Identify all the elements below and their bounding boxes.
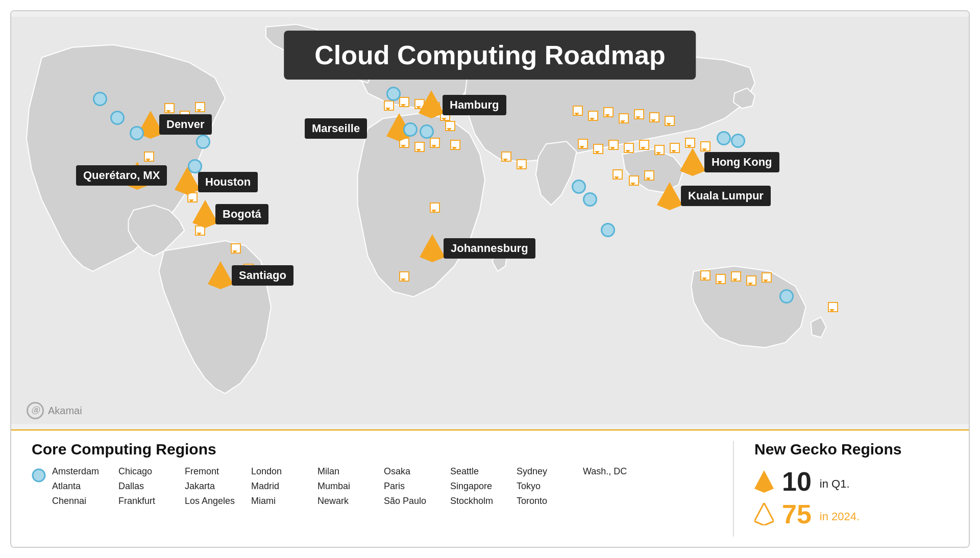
city-amsterdam: Amsterdam <box>52 466 118 477</box>
city-grid: Amsterdam Chicago Fremont London Milan O… <box>52 466 649 506</box>
label-kualalumpur: Kuala Lumpur <box>681 186 771 206</box>
core-regions-panel: Core Computing Regions Amsterdam Chicago… <box>32 441 713 537</box>
city-chennai: Chennai <box>52 496 118 506</box>
pin-blue-9 <box>583 192 597 207</box>
gecko-q1-number: 10 <box>782 468 812 495</box>
pin-sq-46 <box>746 275 754 286</box>
city-losangeles: Los Angeles <box>185 496 251 506</box>
pin-sq-17 <box>414 142 423 152</box>
pin-johannesburg <box>420 234 445 262</box>
pin-sq-29 <box>649 112 657 122</box>
vertical-divider <box>733 441 734 537</box>
city-newark: Newark <box>317 496 384 506</box>
pin-sq-43 <box>700 270 708 281</box>
pin-bogota <box>192 200 218 228</box>
city-stockholm: Stockholm <box>450 496 517 506</box>
core-regions-title: Core Computing Regions <box>32 441 713 458</box>
city-chicago: Chicago <box>118 466 185 477</box>
svg-marker-8 <box>420 234 445 262</box>
label-johannesburg: Johannesburg <box>444 238 535 259</box>
pin-sq-45 <box>731 271 739 282</box>
pin-sq-11 <box>399 97 407 107</box>
pin-sq-34 <box>624 143 632 153</box>
svg-marker-4 <box>192 200 218 228</box>
pin-blue-4 <box>188 159 202 173</box>
pin-sq-1 <box>164 103 173 113</box>
pin-sq-8 <box>231 243 239 253</box>
svg-marker-7 <box>419 90 444 118</box>
akamai-logo: ⓐ Akamai <box>27 402 82 419</box>
pin-blue-11 <box>731 134 745 148</box>
pin-kualalumpur <box>657 182 682 210</box>
svg-marker-13 <box>754 503 774 525</box>
pin-sq-47 <box>762 272 770 283</box>
city-seattle: Seattle <box>450 466 517 477</box>
city-dallas: Dallas <box>118 481 185 492</box>
gecko-q1-suffix: in Q1. <box>820 477 850 495</box>
pin-sq-3 <box>195 102 203 112</box>
city-sydney: Sydney <box>517 466 583 477</box>
pin-sq-15 <box>445 121 453 131</box>
pin-sq-41 <box>629 175 637 186</box>
akamai-logo-icon: ⓐ <box>27 402 44 419</box>
pin-blue-1 <box>110 111 125 125</box>
gecko-white-pin-icon <box>754 503 774 525</box>
pin-sq-20 <box>501 151 509 162</box>
main-container: Cloud Computing Roadmap Denver Houston Q… <box>10 10 970 548</box>
city-tokyo: Tokyo <box>517 481 583 492</box>
pin-blue-10 <box>717 131 731 145</box>
pin-santiago <box>208 261 233 289</box>
gecko-regions-panel: New Gecko Regions 10 in Q1. 75 in 2024. <box>754 441 948 537</box>
label-denver: Denver <box>159 114 212 135</box>
akamai-brand-name: Akamai <box>48 405 82 417</box>
label-hamburg: Hamburg <box>443 95 506 115</box>
label-hongkong: Hong Kong <box>704 152 779 172</box>
pin-sq-42 <box>644 170 652 181</box>
city-madrid: Madrid <box>251 481 317 492</box>
city-washdc: Wash., DC <box>583 466 649 477</box>
city-frankfurt: Frankfurt <box>118 496 185 506</box>
pin-sq-48 <box>828 302 836 312</box>
city-blank1 <box>583 481 649 492</box>
pin-sq-19 <box>450 140 458 150</box>
pin-blue-12 <box>601 223 615 237</box>
gecko-orange-pin-icon <box>754 470 774 493</box>
page-title: Cloud Computing Roadmap <box>284 31 696 80</box>
pin-sq-40 <box>612 169 621 180</box>
city-jakarta: Jakarta <box>185 481 251 492</box>
gecko-2024-suffix: in 2024. <box>820 510 860 527</box>
pin-sq-37 <box>670 143 678 153</box>
gecko-2024-number: 75 <box>782 501 812 527</box>
pin-sq-27 <box>619 113 627 123</box>
pin-blue-8 <box>572 180 586 194</box>
pin-sq-33 <box>608 140 617 150</box>
pin-sq-22 <box>430 202 438 213</box>
city-paris: Paris <box>384 481 450 492</box>
label-santiago: Santiago <box>232 265 293 286</box>
city-singapore: Singapore <box>450 481 517 492</box>
pin-sq-32 <box>593 144 601 154</box>
city-saopaulo: São Paulo <box>384 496 450 506</box>
pin-blue-3 <box>196 135 210 149</box>
pin-blue-13 <box>779 289 794 303</box>
pin-sq-36 <box>654 145 663 155</box>
pin-sq-26 <box>603 107 611 117</box>
label-bogota: Bogotá <box>215 204 268 224</box>
city-atlanta: Atlanta <box>52 481 118 492</box>
svg-marker-9 <box>680 148 705 176</box>
pin-sq-18 <box>430 138 438 148</box>
city-miami: Miami <box>251 496 317 506</box>
pin-sq-30 <box>665 116 673 126</box>
city-mumbai: Mumbai <box>317 481 384 492</box>
pin-sq-23 <box>399 271 407 282</box>
gecko-2024-item: 75 in 2024. <box>754 501 948 527</box>
pin-sq-44 <box>716 274 724 284</box>
bottom-section: Core Computing Regions Amsterdam Chicago… <box>11 429 969 547</box>
pin-sq-28 <box>634 109 642 119</box>
city-toronto: Toronto <box>517 496 583 506</box>
svg-marker-12 <box>754 470 774 493</box>
svg-point-11 <box>33 469 45 481</box>
city-milan: Milan <box>317 466 384 477</box>
pin-sq-24 <box>573 106 581 116</box>
map-section: Cloud Computing Roadmap Denver Houston Q… <box>11 11 969 429</box>
